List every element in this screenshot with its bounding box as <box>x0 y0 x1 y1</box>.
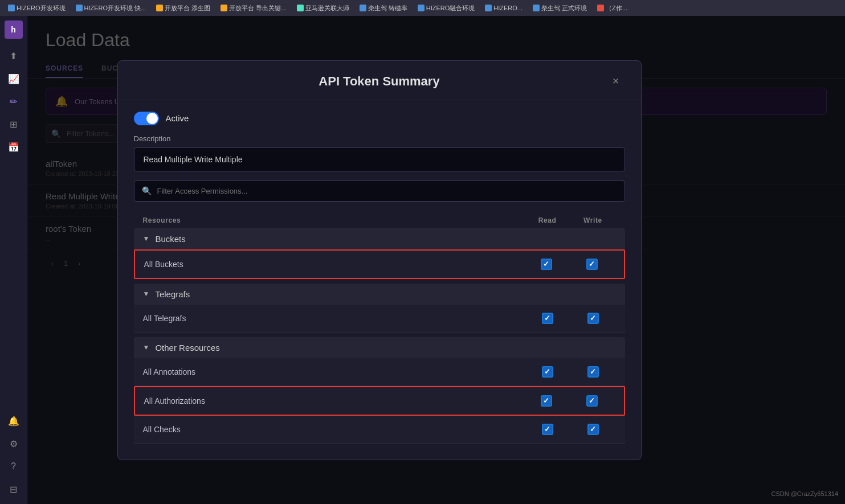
all-telegrafs-write-checkbox[interactable] <box>587 313 599 324</box>
resources-col-label: Resources <box>143 216 525 224</box>
other-chevron-icon: ▼ <box>143 343 150 351</box>
sidebar-icon-help[interactable]: ? <box>3 456 24 477</box>
modal-close-button[interactable]: × <box>607 72 625 91</box>
bookmark-icon-1 <box>8 5 15 11</box>
filter-permissions-wrapper: 🔍 <box>134 181 625 202</box>
section-other: ▼ Other Resources All Annotations <box>134 337 625 444</box>
all-authorizations-read-checkbox[interactable] <box>541 395 552 407</box>
all-telegrafs-row: All Telegrafs <box>134 305 625 333</box>
modal: API Token Summary × Active Description R… <box>117 60 642 460</box>
all-checks-row: All Checks <box>134 416 625 444</box>
active-toggle[interactable] <box>134 112 159 125</box>
bookmark-10[interactable]: （Z作... <box>594 3 631 14</box>
description-field: Read Multiple Write Multiple <box>134 147 625 171</box>
sidebar-icon-bell[interactable]: 🔔 <box>3 411 24 431</box>
section-telegrafs-header[interactable]: ▼ Telegrafs <box>134 284 625 305</box>
resources-table-header: Resources Read Write <box>134 213 625 228</box>
all-telegrafs-read-checkbox[interactable] <box>542 313 553 324</box>
all-authorizations-row: All Authorizations <box>134 386 625 416</box>
all-annotations-write-checkbox[interactable] <box>587 366 599 378</box>
sidebar-icon-settings[interactable]: ⚙ <box>3 433 24 454</box>
active-row: Active <box>134 112 625 125</box>
sidebar-icon-edit[interactable]: ✏ <box>3 91 24 112</box>
all-buckets-name: All Buckets <box>144 260 524 269</box>
description-label: Description <box>134 134 625 143</box>
bookmark-6[interactable]: 柴生驾 铸磁率 <box>356 3 411 14</box>
bookmark-7[interactable]: HIZERO融合环境 <box>414 3 479 14</box>
resources-col-read: Read <box>525 216 570 224</box>
sidebar-icon-upload[interactable]: ⬆ <box>3 46 24 66</box>
section-buckets-title: Buckets <box>155 234 185 244</box>
bookmark-icon-2 <box>76 5 83 11</box>
all-checks-write-cell <box>570 424 616 435</box>
all-annotations-write-cell <box>570 366 616 378</box>
all-annotations-read-cell <box>525 366 570 378</box>
bookmark-icon-4 <box>221 5 227 11</box>
all-buckets-read-checkbox[interactable] <box>541 259 552 270</box>
telegrafs-chevron-icon: ▼ <box>143 290 150 298</box>
bookmark-icon-9 <box>533 5 540 11</box>
section-buckets-header[interactable]: ▼ Buckets <box>134 228 625 249</box>
all-checks-read-cell <box>525 424 570 435</box>
all-checks-name: All Checks <box>143 425 525 434</box>
all-checks-write-checkbox[interactable] <box>587 424 599 435</box>
filter-permissions-icon: 🔍 <box>142 186 152 195</box>
resources-col-write: Write <box>570 216 616 224</box>
bookmark-icon-5 <box>297 5 304 11</box>
csdn-watermark: CSDN @CrazZy651314 <box>771 490 838 497</box>
all-authorizations-read-cell <box>524 395 569 407</box>
modal-body: Active Description Read Multiple Write M… <box>118 100 641 460</box>
bookmark-5[interactable]: 亚马逊关联大师 <box>293 3 353 14</box>
all-authorizations-write-checkbox[interactable] <box>586 395 598 407</box>
all-buckets-write-cell <box>569 259 615 270</box>
main-content: Load Data SOURCES BUCKETS TELE... 🔔 Our … <box>27 16 845 504</box>
sidebar-icon-chart[interactable]: 📈 <box>3 68 24 89</box>
all-telegrafs-read-cell <box>525 313 570 324</box>
bookmark-icon-3 <box>156 5 163 11</box>
sidebar-icon-calendar[interactable]: 📅 <box>3 137 24 157</box>
modal-title: API Token Summary <box>152 74 607 89</box>
all-annotations-read-checkbox[interactable] <box>542 366 553 378</box>
filter-permissions-input[interactable] <box>134 181 625 202</box>
section-telegrafs: ▼ Telegrafs All Telegrafs <box>134 284 625 333</box>
sidebar-icon-grid[interactable]: ⊞ <box>3 114 24 134</box>
section-telegrafs-title: Telegrafs <box>155 289 190 299</box>
bookmark-2[interactable]: HIZERO开发环境 快... <box>72 3 150 14</box>
all-annotations-name: All Annotations <box>143 367 525 376</box>
active-label: Active <box>166 113 189 123</box>
all-checks-read-checkbox[interactable] <box>542 424 553 435</box>
bookmarks-bar: HIZERO开发环境 HIZERO开发环境 快... 开放平台 添生图 开放平台… <box>0 0 845 16</box>
modal-header: API Token Summary × <box>118 61 641 100</box>
sidebar-icon-collapse[interactable]: ⊟ <box>3 479 24 499</box>
bookmark-4[interactable]: 开放平台 导出关键... <box>217 3 289 14</box>
all-authorizations-write-cell <box>569 395 615 407</box>
all-annotations-row: All Annotations <box>134 358 625 386</box>
all-buckets-write-checkbox[interactable] <box>586 259 598 270</box>
bookmark-8[interactable]: HIZERO... <box>481 3 526 13</box>
bookmark-icon-10 <box>597 5 604 11</box>
bookmark-9[interactable]: 柴生驾 正式环境 <box>529 3 590 14</box>
modal-overlay: API Token Summary × Active Description R… <box>27 16 845 504</box>
bookmark-icon-6 <box>360 5 366 11</box>
bookmark-3[interactable]: 开放平台 添生图 <box>153 3 214 14</box>
all-telegrafs-write-cell <box>570 313 616 324</box>
all-authorizations-name: All Authorizations <box>144 396 524 405</box>
section-other-header[interactable]: ▼ Other Resources <box>134 337 625 358</box>
bookmark-icon-8 <box>485 5 492 11</box>
section-buckets: ▼ Buckets All Buckets <box>134 228 625 279</box>
all-telegrafs-name: All Telegrafs <box>143 314 525 323</box>
app-container: h ⬆ 📈 ✏ ⊞ 📅 🔔 ⚙ ? ⊟ Load Data SOURCES BU… <box>0 16 845 504</box>
sidebar: h ⬆ 📈 ✏ ⊞ 📅 🔔 ⚙ ? ⊟ <box>0 16 27 504</box>
avatar[interactable]: h <box>5 21 23 39</box>
bookmark-icon-7 <box>418 5 424 11</box>
bookmark-1[interactable]: HIZERO开发环境 <box>5 3 69 14</box>
buckets-chevron-icon: ▼ <box>143 235 150 243</box>
all-buckets-read-cell <box>524 259 569 270</box>
section-other-title: Other Resources <box>155 343 219 353</box>
all-buckets-row: All Buckets <box>134 249 625 279</box>
